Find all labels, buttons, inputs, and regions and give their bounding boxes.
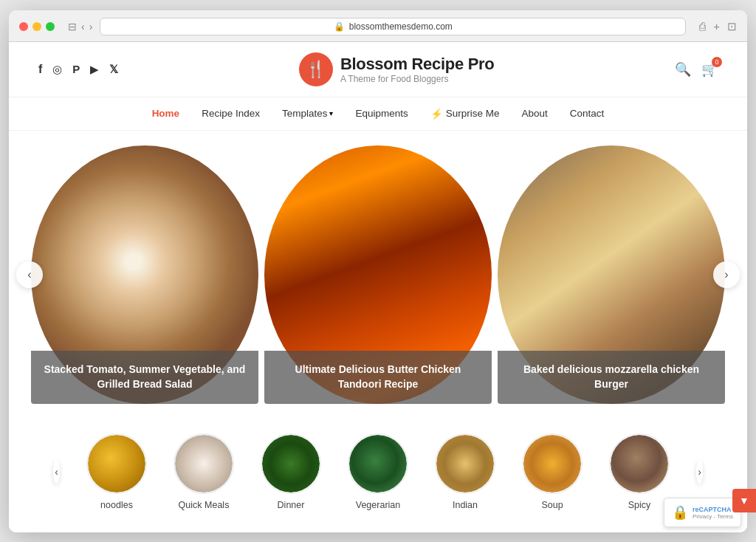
slide-1[interactable]: Stacked Tomato, Summer Vegetable, and Gr… (31, 145, 258, 404)
soup-circle (522, 433, 583, 494)
instagram-link[interactable]: ◎ (52, 63, 62, 76)
slider-section: ‹ Stacked Tomato, Summer Vegetable, and … (9, 131, 747, 419)
maximize-button[interactable] (46, 22, 55, 31)
category-section: ‹ noodles Quick Meals (9, 419, 747, 532)
recaptcha-text: Privacy - Terms (693, 513, 733, 520)
header-icons: 🔍 🛒 0 (675, 61, 718, 78)
nav-about[interactable]: About (522, 108, 548, 119)
site-tagline: A Theme for Food Bloggers (340, 74, 495, 84)
address-bar[interactable]: 🔒 blossomthemesdemo.com (100, 18, 686, 35)
traffic-lights (19, 22, 55, 31)
main-nav: Home Recipe Index Templates ▾ Equipments… (9, 97, 747, 131)
dinner-circle (261, 433, 321, 494)
logo-area: 🍴 Blossom Recipe Pro A Theme for Food Bl… (299, 52, 495, 86)
logo-icon: 🍴 (299, 52, 333, 86)
quickmeals-label: Quick Meals (179, 500, 230, 510)
browser-actions: ⎙ + ⊡ (699, 20, 737, 33)
share-icon[interactable]: ⎙ (699, 20, 706, 33)
dinner-label: Dinner (278, 500, 305, 510)
slide-1-caption: Stacked Tomato, Summer Vegetable, and Gr… (31, 351, 258, 403)
slider-container: Stacked Tomato, Summer Vegetable, and Gr… (31, 145, 725, 404)
category-spicy[interactable]: Spicy (609, 433, 670, 510)
vegetarian-label: Vegerarian (356, 500, 400, 510)
slide-2-caption: Ultimate Delicious Butter Chicken Tandoo… (264, 351, 492, 403)
indian-label: Indian (453, 500, 478, 510)
recaptcha-logo: reCAPTCHA (693, 506, 733, 513)
vegetarian-circle (348, 433, 408, 494)
spicy-circle (609, 433, 670, 494)
nav-home[interactable]: Home (152, 108, 180, 119)
slide-3-caption: Baked delicious mozzarella chicken Burge… (498, 351, 725, 403)
dropdown-arrow-icon: ▾ (329, 109, 333, 117)
twitter-link[interactable]: 𝕏 (109, 63, 118, 76)
close-button[interactable] (19, 22, 28, 31)
category-indian[interactable]: Indian (435, 433, 495, 510)
category-next-button[interactable]: › (696, 460, 703, 484)
slider-next-button[interactable]: › (713, 261, 740, 288)
nav-equipments[interactable]: Equipments (355, 108, 408, 119)
browser-window: ⊟ ‹ › 🔒 blossomthemesdemo.com ⎙ + ⊡ f ◎ … (9, 10, 747, 532)
recaptcha-badge: 🔒 reCAPTCHA Privacy - Terms (664, 498, 741, 527)
category-quickmeals[interactable]: Quick Meals (173, 433, 234, 510)
site-title: Blossom Recipe Pro (340, 55, 495, 74)
back-button[interactable]: ‹ (81, 21, 85, 32)
category-dinner[interactable]: Dinner (261, 433, 321, 510)
spicy-label: Spicy (628, 500, 651, 510)
site-header: f ◎ P ▶ 𝕏 🍴 Blossom Recipe Pro A Theme f… (9, 42, 747, 97)
quickmeals-circle (173, 433, 234, 494)
slide-3[interactable]: Baked delicious mozzarella chicken Burge… (498, 145, 725, 404)
forward-button[interactable]: › (89, 21, 93, 32)
nav-surprise[interactable]: ⚡ Surprise Me (430, 108, 500, 120)
window-icon: ⊟ (68, 21, 77, 32)
category-prev-button[interactable]: ‹ (53, 460, 60, 484)
search-icon[interactable]: 🔍 (675, 61, 691, 78)
category-row: ‹ noodles Quick Meals (24, 426, 732, 518)
soup-label: Soup (541, 500, 563, 510)
lock-icon: 🔒 (334, 21, 345, 32)
youtube-link[interactable]: ▶ (90, 63, 99, 76)
facebook-link[interactable]: f (38, 63, 42, 76)
noodles-circle (86, 433, 147, 494)
category-vegetarian[interactable]: Vegerarian (348, 433, 408, 510)
cart-badge-count: 0 (712, 57, 722, 67)
slider-prev-button[interactable]: ‹ (16, 261, 43, 288)
minimize-button[interactable] (32, 22, 41, 31)
surprise-icon: ⚡ (430, 108, 443, 120)
new-tab-icon[interactable]: + (713, 20, 720, 33)
scroll-to-top-button[interactable]: ▼ (732, 489, 756, 512)
cart-button[interactable]: 🛒 0 (701, 61, 718, 78)
category-soup[interactable]: Soup (522, 433, 583, 510)
slide-2[interactable]: Ultimate Delicious Butter Chicken Tandoo… (264, 145, 492, 404)
url-text: blossomthemesdemo.com (349, 21, 453, 32)
nav-contact[interactable]: Contact (570, 108, 605, 119)
recaptcha-icon: 🔒 (672, 504, 688, 521)
nav-recipe-index[interactable]: Recipe Index (202, 108, 260, 119)
tabs-icon[interactable]: ⊡ (727, 20, 737, 33)
social-links: f ◎ P ▶ 𝕏 (38, 63, 118, 76)
logo-text: Blossom Recipe Pro A Theme for Food Blog… (340, 55, 495, 84)
indian-circle (435, 433, 495, 494)
pinterest-link[interactable]: P (72, 63, 80, 76)
nav-templates[interactable]: Templates ▾ (282, 108, 334, 119)
browser-nav-controls: ⊟ ‹ › (68, 21, 92, 32)
browser-chrome: ⊟ ‹ › 🔒 blossomthemesdemo.com ⎙ + ⊡ (9, 10, 747, 42)
page-content: f ◎ P ▶ 𝕏 🍴 Blossom Recipe Pro A Theme f… (9, 42, 747, 532)
category-noodles[interactable]: noodles (86, 433, 147, 510)
noodles-label: noodles (100, 500, 133, 510)
